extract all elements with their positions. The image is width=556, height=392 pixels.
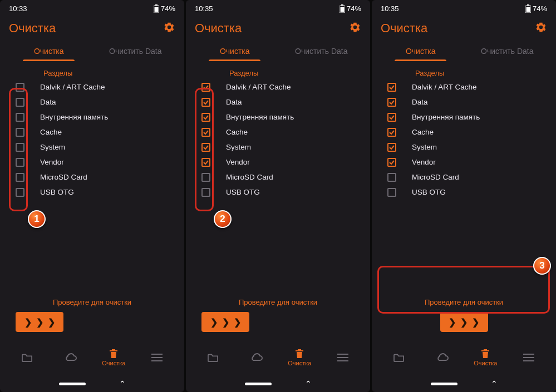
chevron-right-icon: ❯ [210,317,218,328]
checkbox[interactable] [387,158,396,167]
status-bar: 10:35 74% [186,0,370,17]
checkbox[interactable] [201,158,210,167]
tab-clean[interactable]: Очистка [191,41,278,61]
checkbox[interactable] [16,98,24,107]
partition-item[interactable]: Data [372,95,556,110]
partition-label: Data [226,98,242,106]
partition-item[interactable]: Data [0,95,184,110]
partition-item[interactable]: System [0,140,184,155]
partition-item[interactable]: System [372,140,556,155]
nav-clean[interactable]: Очистка [278,349,322,366]
chevron-right-icon: ❯ [36,317,43,328]
partition-label: MicroSD Card [226,173,273,181]
nav-cloud[interactable] [421,353,464,363]
partition-item[interactable]: MicroSD Card [186,170,370,185]
svg-rect-5 [151,360,163,361]
nav-files[interactable] [377,353,421,363]
checkbox[interactable] [16,188,24,197]
home-pill[interactable] [59,383,86,385]
home-pill[interactable] [431,383,457,385]
partition-item[interactable]: Vendor [0,155,184,170]
partition-item[interactable]: Cache [372,125,556,140]
tab-clean[interactable]: Очистка [6,41,92,61]
checkbox[interactable] [387,143,396,152]
partition-label: Внутренняя память [226,113,294,121]
tab-clean-data[interactable]: Очистить Data [464,41,551,61]
checkbox[interactable] [387,83,396,92]
nav-clean[interactable]: Очистка [92,349,136,366]
tab-clean[interactable]: Очистка [377,41,464,61]
partition-label: Data [40,98,56,106]
svg-rect-13 [527,4,529,6]
checkbox[interactable] [16,113,24,122]
partition-item[interactable]: USB OTG [186,185,370,200]
checkbox[interactable] [16,143,24,152]
partition-item[interactable]: Dalvik / ART Cache [186,80,370,95]
partition-item[interactable]: Cache [186,125,370,140]
checkbox[interactable] [387,188,396,197]
checkbox[interactable] [201,173,210,182]
nav-cloud[interactable] [49,353,92,363]
partition-item[interactable]: MicroSD Card [0,170,184,185]
gear-icon [535,21,547,33]
partition-item[interactable]: Внутренняя память [186,110,370,125]
swipe-button[interactable]: ❯❯❯ [440,312,488,332]
nav-menu[interactable] [321,354,365,361]
settings-button[interactable] [163,21,175,36]
checkbox[interactable] [201,98,210,107]
checkbox[interactable] [201,113,210,122]
partition-item[interactable]: Внутренняя память [372,110,556,125]
partition-item[interactable]: Vendor [186,155,370,170]
nav-files[interactable] [6,353,49,363]
partition-item[interactable]: Vendor [372,155,556,170]
partition-item[interactable]: Dalvik / ART Cache [0,80,184,95]
home-pill[interactable] [245,383,272,385]
partition-label: Dalvik / ART Cache [226,83,291,91]
nav-clean[interactable]: Очистка [464,349,508,366]
recent-apps-icon[interactable]: ⌃ [491,379,498,388]
settings-button[interactable] [535,21,547,36]
partition-label: System [226,143,251,151]
swipe-button[interactable]: ❯❯❯ [16,312,63,332]
partition-item[interactable]: USB OTG [372,185,556,200]
checkbox[interactable] [201,128,210,137]
checkbox[interactable] [16,158,24,167]
settings-button[interactable] [349,21,361,36]
check-icon [203,84,209,91]
menu-icon [151,354,163,361]
checkbox[interactable] [16,83,24,92]
checkbox[interactable] [387,128,396,137]
chevron-right-icon: ❯ [449,317,456,328]
battery-percent: 74% [533,4,547,13]
recent-apps-icon[interactable]: ⌃ [119,379,126,388]
nav-cloud[interactable] [235,353,278,363]
checkbox[interactable] [16,173,24,182]
checkbox[interactable] [387,113,396,122]
page-title: Очистка [195,21,242,36]
checkbox[interactable] [387,173,396,182]
recent-apps-icon[interactable]: ⌃ [305,379,312,388]
checkbox[interactable] [201,143,210,152]
swipe-button[interactable]: ❯❯❯ [201,312,249,332]
trash-icon [481,349,490,359]
partition-item[interactable]: USB OTG [0,185,184,200]
partition-item[interactable]: Cache [0,125,184,140]
partition-label: Cache [40,128,62,136]
tab-clean-data[interactable]: Очистить Data [92,41,179,61]
cloud-icon [436,353,449,363]
nav-files[interactable] [191,353,235,363]
partition-item[interactable]: Внутренняя память [0,110,184,125]
checkbox[interactable] [387,98,396,107]
nav-menu[interactable] [135,354,179,361]
partition-item[interactable]: Dalvik / ART Cache [372,80,556,95]
system-nav: ⌃ [186,375,370,392]
nav-menu[interactable] [507,354,550,361]
partition-item[interactable]: System [186,140,370,155]
partition-label: USB OTG [412,188,446,196]
partition-item[interactable]: MicroSD Card [372,170,556,185]
checkbox[interactable] [16,128,24,137]
tab-clean-data[interactable]: Очистить Data [278,41,365,61]
partition-item[interactable]: Data [186,95,370,110]
checkbox[interactable] [201,188,210,197]
checkbox[interactable] [201,83,210,92]
